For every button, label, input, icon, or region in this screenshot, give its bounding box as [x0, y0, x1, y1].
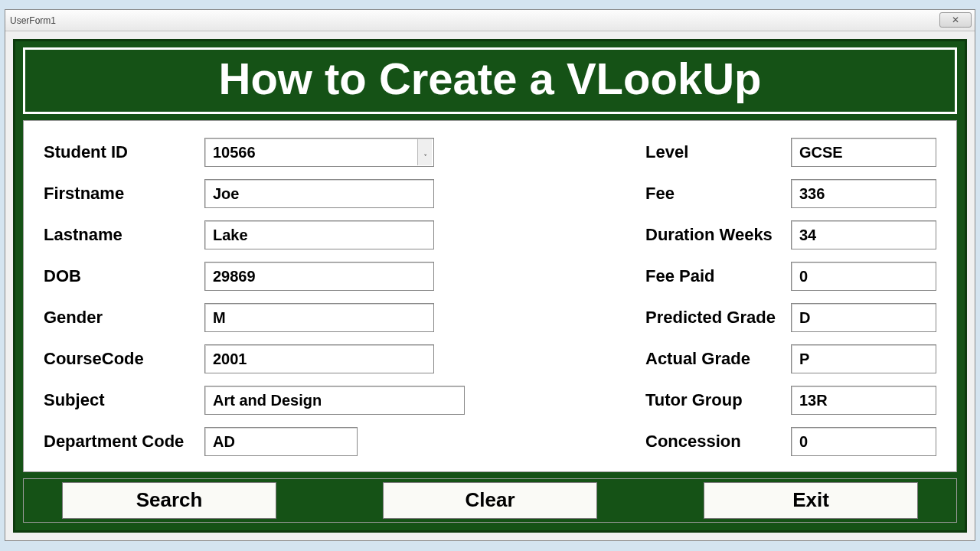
label-firstname: Firstname: [44, 184, 204, 204]
close-icon: ✕: [952, 15, 959, 25]
label-feepaid: Fee Paid: [622, 266, 791, 286]
tutor-field[interactable]: 13R: [791, 386, 936, 415]
close-button[interactable]: ✕: [939, 12, 972, 28]
form-body: How to Create a VLookUp Student ID 10566…: [5, 31, 975, 540]
search-button[interactable]: Search: [62, 482, 276, 519]
fields-grid: Student ID 10566 Level GCSE Firstname Jo…: [23, 120, 957, 472]
buttons-row: Search Clear Exit: [23, 478, 957, 523]
label-lastname: Lastname: [44, 225, 204, 245]
userform-window: UserForm1 ✕ How to Create a VLookUp Stud…: [5, 9, 975, 541]
header-box: How to Create a VLookUp: [23, 47, 957, 114]
dob-field[interactable]: 29869: [204, 262, 434, 291]
main-panel: How to Create a VLookUp Student ID 10566…: [13, 39, 967, 533]
fee-field[interactable]: 336: [791, 179, 936, 208]
label-duration: Duration Weeks: [622, 225, 791, 245]
label-student-id: Student ID: [44, 142, 204, 162]
label-coursecode: CourseCode: [44, 349, 204, 369]
label-actual: Actual Grade: [622, 349, 791, 369]
student-id-combo[interactable]: 10566: [204, 138, 434, 167]
label-dob: DOB: [44, 266, 204, 286]
coursecode-field[interactable]: 2001: [204, 344, 434, 373]
actual-field[interactable]: P: [791, 344, 936, 373]
window-title: UserForm1: [10, 15, 56, 26]
label-fee: Fee: [622, 184, 791, 204]
exit-button[interactable]: Exit: [704, 482, 918, 519]
label-deptcode: Department Code: [44, 432, 204, 452]
concession-field[interactable]: 0: [791, 427, 936, 456]
clear-button[interactable]: Clear: [383, 482, 597, 519]
duration-field[interactable]: 34: [791, 220, 936, 249]
firstname-field[interactable]: Joe: [204, 179, 434, 208]
gender-field[interactable]: M: [204, 303, 434, 332]
label-level: Level: [622, 142, 791, 162]
level-field[interactable]: GCSE: [791, 138, 936, 167]
titlebar: UserForm1 ✕: [5, 10, 975, 31]
label-gender: Gender: [44, 308, 204, 328]
lastname-field[interactable]: Lake: [204, 220, 434, 249]
label-predicted: Predicted Grade: [622, 308, 791, 328]
label-tutor: Tutor Group: [622, 390, 791, 410]
feepaid-field[interactable]: 0: [791, 262, 936, 291]
label-concession: Concession: [622, 432, 791, 452]
predicted-field[interactable]: D: [791, 303, 936, 332]
subject-field[interactable]: Art and Design: [204, 386, 465, 415]
deptcode-field[interactable]: AD: [204, 427, 358, 456]
label-subject: Subject: [44, 390, 204, 410]
form-title: How to Create a VLookUp: [25, 53, 955, 104]
